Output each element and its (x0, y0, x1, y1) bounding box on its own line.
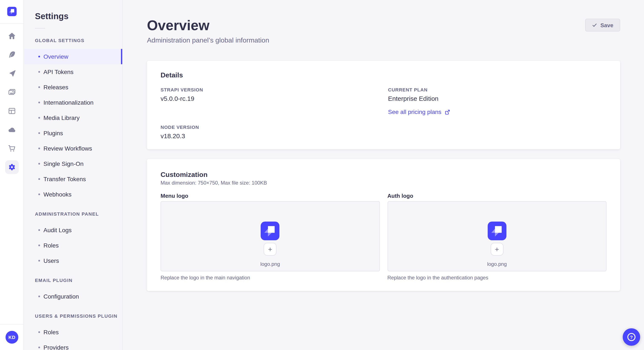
bullet-icon (38, 331, 40, 333)
bullet-icon (38, 86, 40, 88)
sidebar-item-label: Roles (44, 242, 59, 249)
home-icon[interactable] (5, 29, 18, 43)
section-administration-panel: ADMINISTRATION PANEL (35, 210, 122, 217)
sidebar-item-label: Plugins (44, 130, 63, 137)
sidebar-item-label: Media Library (44, 114, 80, 121)
page-title: Overview (147, 19, 620, 32)
sidebar-item-internationalization[interactable]: Internationalization (24, 95, 122, 110)
bullet-icon (38, 260, 40, 262)
page-header: Overview Administration panel’s global i… (123, 0, 644, 45)
auth-logo-upload-box: + logo.png (388, 201, 606, 271)
menu-logo-add-button[interactable]: + (264, 243, 277, 256)
media-library-icon[interactable] (5, 85, 18, 99)
details-card: Details STRAPI VERSION v5.0.0-rc.19 NODE… (147, 61, 620, 149)
strapi-version-field: STRAPI VERSION v5.0.0-rc.19 (160, 87, 388, 103)
bullet-icon (38, 296, 40, 297)
menu-logo-label: Menu logo (160, 193, 380, 199)
sidebar-item-label: Single Sign-On (44, 160, 84, 167)
bullet-icon (38, 56, 40, 57)
bullet-icon (38, 193, 40, 195)
sidebar-item-label: Configuration (44, 293, 79, 300)
content-area: Details STRAPI VERSION v5.0.0-rc.19 NODE… (123, 61, 644, 291)
strapi-version-value: v5.0.0-rc.19 (160, 95, 388, 103)
settings-gear-icon[interactable] (5, 160, 18, 174)
sidebar-item-admin-roles[interactable]: Roles (24, 238, 122, 253)
sidebar-item-transfer-tokens[interactable]: Transfer Tokens (24, 172, 122, 187)
customization-card-subtitle: Max dimension: 750×750, Max file size: 1… (160, 180, 606, 186)
sidebar-item-audit-logs[interactable]: Audit Logs (24, 222, 122, 238)
sidebar-item-email-configuration[interactable]: Configuration (24, 289, 122, 304)
sidebar-item-label: Users (44, 257, 59, 264)
layout-icon[interactable] (5, 104, 18, 118)
pricing-plans-link-label: See all pricing plans (388, 108, 442, 115)
pricing-plans-link[interactable]: See all pricing plans (388, 108, 450, 115)
sidebar-item-label: Audit Logs (44, 227, 72, 233)
plus-icon: + (268, 246, 272, 253)
rail-divider (0, 23, 24, 24)
strapi-logo[interactable] (7, 7, 16, 16)
settings-sidebar: Settings GLOBAL SETTINGS Overview API To… (24, 0, 123, 350)
auth-logo-add-button[interactable]: + (491, 243, 504, 256)
section-users-permissions-plugin: USERS & PERMISSIONS PLUGIN (35, 313, 122, 319)
customization-card-title: Customization (160, 171, 606, 179)
page-subtitle: Administration panel’s global informatio… (147, 36, 620, 45)
node-version-field: NODE VERSION v18.20.3 (160, 125, 388, 140)
section-email-plugin: EMAIL PLUGIN (35, 277, 122, 284)
bullet-icon (38, 132, 40, 134)
sidebar-item-api-tokens[interactable]: API Tokens (24, 64, 122, 80)
bullet-icon (38, 117, 40, 119)
main-content: Overview Administration panel’s global i… (123, 0, 644, 350)
auth-logo-preview (488, 222, 506, 240)
bullet-icon (38, 347, 40, 348)
sidebar-item-up-roles[interactable]: Roles (24, 325, 122, 340)
email-plugin-list: Configuration (24, 289, 122, 304)
current-plan-value: Enterprise Edition (388, 95, 606, 103)
administration-panel-list: Audit Logs Roles Users (24, 222, 122, 268)
help-button[interactable]: ? (623, 328, 640, 346)
details-left-column: STRAPI VERSION v5.0.0-rc.19 NODE VERSION… (160, 87, 388, 140)
plus-icon: + (495, 246, 499, 253)
node-version-label: NODE VERSION (160, 125, 388, 130)
cart-icon[interactable] (5, 142, 18, 155)
rail-user-section: KD (0, 324, 24, 350)
sidebar-item-review-workflows[interactable]: Review Workflows (24, 141, 122, 156)
sidebar-item-single-sign-on[interactable]: Single Sign-On (24, 156, 122, 172)
menu-logo-caption: Replace the logo in the main navigation (160, 275, 380, 281)
bullet-icon (38, 245, 40, 246)
bullet-icon (38, 102, 40, 103)
bullet-icon (38, 71, 40, 73)
sidebar-item-plugins[interactable]: Plugins (24, 126, 122, 141)
sidebar-item-releases[interactable]: Releases (24, 80, 122, 95)
user-avatar[interactable]: KD (6, 331, 18, 344)
feather-icon[interactable] (5, 48, 18, 62)
menu-logo-upload-box: + logo.png (160, 201, 380, 271)
sidebar-item-label: Releases (44, 84, 68, 91)
cloud-icon[interactable] (5, 123, 18, 137)
sidebar-title-divider (35, 28, 45, 28)
details-card-title: Details (160, 71, 606, 80)
sidebar-item-up-providers[interactable]: Providers (24, 340, 122, 350)
customization-card: Customization Max dimension: 750×750, Ma… (147, 159, 620, 291)
menu-logo-preview (261, 222, 280, 240)
sidebar-item-label: Overview (44, 53, 68, 60)
sidebar-item-label: Internationalization (44, 99, 94, 106)
check-icon (592, 22, 597, 28)
sidebar-item-label: Review Workflows (44, 145, 92, 152)
settings-sidebar-title: Settings (24, 0, 122, 21)
menu-logo-file-name: logo.png (260, 261, 280, 267)
current-plan-field: CURRENT PLAN Enterprise Edition (388, 87, 606, 103)
sidebar-item-overview[interactable]: Overview (24, 49, 122, 64)
bullet-icon (38, 178, 40, 180)
sidebar-item-admin-users[interactable]: Users (24, 253, 122, 268)
save-button[interactable]: Save (585, 19, 620, 31)
sidebar-item-media-library[interactable]: Media Library (24, 110, 122, 126)
sidebar-item-label: Roles (44, 329, 59, 336)
paper-plane-icon[interactable] (5, 67, 18, 80)
auth-logo-label: Auth logo (388, 193, 606, 199)
save-button-label: Save (600, 22, 613, 28)
auth-logo-caption: Replace the logo in the authentication p… (388, 275, 606, 281)
users-permissions-list: Roles Providers (24, 325, 122, 350)
node-version-value: v18.20.3 (160, 132, 388, 140)
sidebar-item-webhooks[interactable]: Webhooks (24, 187, 122, 202)
external-link-icon (445, 109, 450, 115)
